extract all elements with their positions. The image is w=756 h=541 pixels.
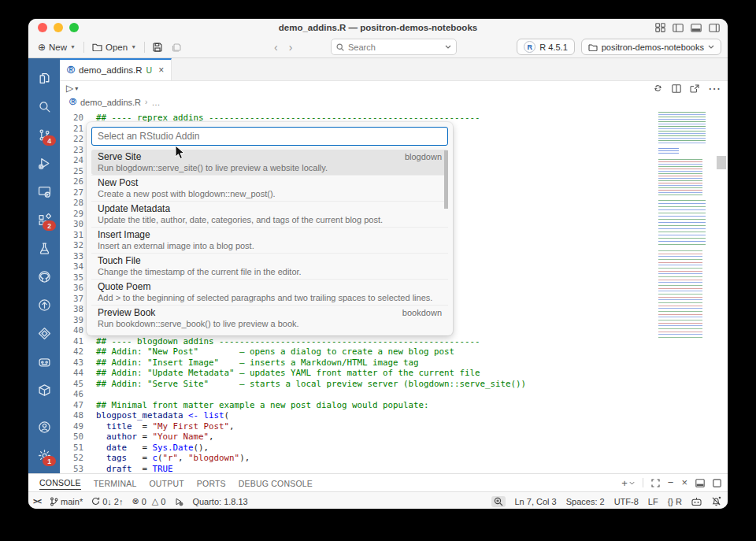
- indentation[interactable]: Spaces: 2: [566, 497, 605, 506]
- git-sync-item[interactable]: 0↓ 2↑: [91, 497, 123, 506]
- layout-icon[interactable]: [713, 479, 721, 487]
- interpreter-button[interactable]: R R 4.5.1: [517, 39, 574, 55]
- back-icon[interactable]: ‹: [274, 42, 278, 53]
- activity-item-extensions[interactable]: 2: [30, 206, 58, 234]
- activity-bar-top: 42: [30, 58, 58, 404]
- activity-item-github[interactable]: [30, 262, 58, 291]
- badge: 2: [43, 220, 56, 231]
- panel-position-icon[interactable]: [695, 479, 705, 487]
- sync-icon: [91, 497, 100, 506]
- editor-tab-bar: Ⓡ demo_addins.R U ×: [60, 58, 728, 81]
- panel-tab-output[interactable]: OUTPUT: [149, 476, 183, 490]
- quickpick-input[interactable]: Select an RStudio Addin: [91, 127, 448, 146]
- toggle-panel-icon[interactable]: [691, 24, 702, 32]
- activity-item-source-control[interactable]: 4: [30, 120, 58, 149]
- notifications-dnd-icon[interactable]: [711, 496, 721, 506]
- activity-item-run-debug[interactable]: [30, 149, 58, 177]
- more-actions-icon[interactable]: ⋯: [708, 81, 721, 96]
- quickpick-item-new-post[interactable]: New PostCreate a new post with blogdown:…: [91, 175, 448, 201]
- toggle-secondary-sidebar-icon[interactable]: [709, 24, 720, 32]
- titlebar: demo_addins.R — positron-demos-notebooks: [28, 19, 728, 36]
- activity-item-search[interactable]: [30, 92, 58, 120]
- activity-item-publish[interactable]: [30, 291, 58, 319]
- panel-tab-ports[interactable]: PORTS: [197, 476, 226, 490]
- code-line-41: 41## ---- blogdown addins --------------…: [60, 336, 728, 347]
- activity-item-testing[interactable]: [30, 234, 58, 262]
- customize-layout-icon[interactable]: [655, 23, 665, 32]
- panel-tab-debug-console[interactable]: DEBUG CONSOLE: [239, 476, 313, 490]
- code-line-53: 53 draft = TRUE: [60, 464, 728, 474]
- activity-bar: 42 1: [28, 58, 60, 473]
- close-tab-icon[interactable]: ×: [158, 65, 164, 76]
- quickpick-item-insert-image[interactable]: Insert ImageInsert an external image int…: [91, 227, 448, 253]
- activity-item-packages[interactable]: [30, 376, 58, 404]
- minimize-window-button[interactable]: [54, 23, 63, 32]
- breadcrumb[interactable]: Ⓡ demo_addins.R › …: [60, 95, 728, 109]
- git-branch-item[interactable]: main*: [50, 497, 83, 506]
- code-line-46: 46: [60, 389, 728, 400]
- editor-scrollbar[interactable]: [717, 156, 726, 169]
- close-window-button[interactable]: [38, 23, 47, 32]
- activity-item-quarto[interactable]: [30, 319, 58, 347]
- new-console-button[interactable]: +: [621, 477, 635, 489]
- panel-tab-console[interactable]: CONSOLE: [39, 476, 81, 490]
- eol[interactable]: LF: [648, 497, 658, 506]
- activity-item-explorer[interactable]: [30, 64, 58, 92]
- save-all-button[interactable]: [167, 41, 186, 54]
- new-button[interactable]: ⊕ New▼: [33, 41, 80, 54]
- plus-circle-icon: ⊕: [38, 43, 46, 52]
- open-changes-icon[interactable]: [653, 83, 663, 93]
- workspace-button[interactable]: positron-demos-notebooks: [581, 39, 721, 55]
- activity-item-assistant[interactable]: [30, 347, 58, 376]
- zoom-indicator[interactable]: [491, 496, 506, 507]
- language-mode[interactable]: {} R: [668, 497, 682, 506]
- save-button[interactable]: [148, 41, 167, 54]
- screenshot-stage: demo_addins.R — positron-demos-notebooks…: [0, 0, 756, 541]
- magnifier-plus-icon: [494, 497, 503, 506]
- split-editor-icon[interactable]: [672, 84, 681, 93]
- quickpick-scrollbar[interactable]: [444, 150, 448, 209]
- maximize-panel-icon[interactable]: [651, 479, 660, 487]
- folder-icon: [92, 43, 102, 51]
- toggle-primary-sidebar-icon[interactable]: [673, 24, 684, 32]
- quickpick-item-touch-file[interactable]: Touch FileChange the timestamp of the cu…: [91, 253, 448, 279]
- activity-item-settings[interactable]: 1: [30, 441, 58, 469]
- tab-demo-addins[interactable]: Ⓡ demo_addins.R U ×: [60, 58, 172, 80]
- open-button[interactable]: Open▼: [87, 41, 141, 54]
- quickpick-item-quote-poem[interactable]: Quote PoemAdd > to the beginning of sele…: [91, 279, 448, 305]
- activity-item-sessions[interactable]: [30, 177, 58, 206]
- quarto-version[interactable]: Quarto: 1.8.13: [192, 497, 247, 506]
- chevron-down-icon: [445, 45, 451, 49]
- cursor-position[interactable]: Ln 7, Col 3: [515, 497, 557, 506]
- git-status-badge: U: [146, 65, 153, 75]
- open-in-new-window-icon[interactable]: [690, 84, 699, 93]
- encoding[interactable]: UTF-8: [614, 497, 639, 506]
- run-file-button[interactable]: ▷▾: [66, 83, 78, 94]
- remote-indicator[interactable]: ><: [33, 497, 41, 506]
- forward-icon[interactable]: ›: [289, 42, 293, 53]
- minimap[interactable]: [657, 110, 715, 346]
- quickpick-item-preview-book[interactable]: Preview BookbookdownRun bookdown::serve_…: [91, 305, 448, 331]
- quickpick-item-update-metadata[interactable]: Update MetadataUpdate the title, author,…: [91, 201, 448, 227]
- code-line-51: 51 date = Sys.Date(),: [60, 443, 728, 454]
- search-icon: [336, 43, 344, 51]
- activity-item-account[interactable]: [30, 413, 58, 441]
- badge: 4: [43, 135, 56, 146]
- code-line-42: 42## Addin: "New Post" — opens a dialog …: [60, 346, 728, 358]
- problems-item[interactable]: ⊗0 △0: [132, 496, 165, 506]
- code-line-48: 48blogpost_metadata <- list(: [60, 410, 728, 421]
- debug-item[interactable]: [174, 497, 183, 506]
- save-all-icon: [172, 43, 181, 52]
- chevron-down-icon: [708, 45, 714, 49]
- badge: 1: [43, 456, 56, 466]
- search-input[interactable]: Search: [331, 39, 457, 55]
- assistant-status-icon[interactable]: [691, 497, 702, 506]
- zoom-window-button[interactable]: [69, 23, 79, 32]
- code-line-45: 45## Addin: "Serve Site" — starts a loca…: [60, 379, 728, 390]
- panel-bar: CONSOLETERMINALOUTPUTPORTSDEBUG CONSOLE …: [28, 473, 728, 491]
- panel-tab-terminal[interactable]: TERMINAL: [94, 476, 137, 490]
- quickpick-item-serve-site[interactable]: Serve SiteblogdownRun blogdown::serve_si…: [91, 150, 448, 175]
- positron-window: demo_addins.R — positron-demos-notebooks…: [28, 19, 728, 509]
- activity-bar-bottom: 1: [30, 413, 58, 473]
- play-icon: ▷: [66, 83, 73, 94]
